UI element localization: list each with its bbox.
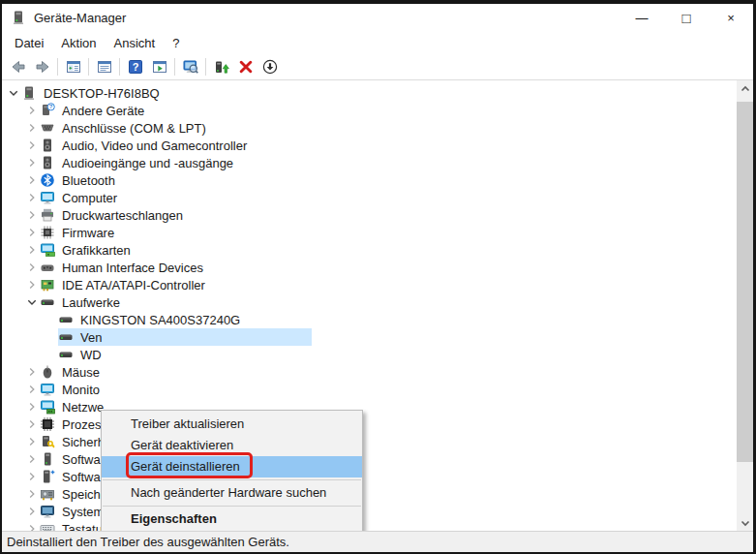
tree-item-ven[interactable]: Ven — [2, 328, 753, 346]
tree-item-grafikkarten[interactable]: Grafikkarten — [2, 241, 753, 259]
system-device-icon — [40, 504, 55, 519]
drive-icon — [58, 312, 74, 327]
console-tree-button[interactable] — [61, 56, 85, 78]
console-tree-icon — [66, 59, 81, 75]
toolbar: ? — [2, 54, 753, 80]
tree-item-label: Netzwe — [59, 399, 106, 416]
chevron-collapsed-icon[interactable] — [24, 469, 40, 484]
tree-item-bluetooth[interactable]: Bluetooth — [2, 171, 753, 189]
tree-item-label: Andere Geräte — [59, 103, 147, 119]
status-text: Deinstalliert den Treiber des ausgewählt… — [7, 535, 289, 549]
context-menu-separator — [103, 506, 361, 507]
tree-item-anschl-sse-com-lpt[interactable]: Anschlüsse (COM & LPT) — [2, 119, 753, 137]
chevron-collapsed-icon[interactable] — [24, 434, 40, 449]
chevron-collapsed-icon[interactable] — [24, 399, 40, 415]
chevron-collapsed-icon[interactable] — [24, 225, 40, 240]
scan-hardware-icon — [183, 59, 198, 75]
tree-item-laufwerke[interactable]: Laufwerke — [2, 293, 753, 311]
menu-treiber-aktualisieren[interactable]: Treiber aktualisieren — [102, 414, 362, 435]
tree-item-computer[interactable]: Computer — [2, 189, 753, 206]
update-driver-icon — [214, 59, 229, 75]
tree-item-label: Druckwarteschlangen — [59, 207, 186, 224]
uninstall-device-button[interactable] — [233, 56, 257, 78]
chevron-collapsed-icon[interactable] — [24, 260, 40, 275]
title-bar[interactable]: Geräte-Manager — □ × — [2, 4, 753, 31]
tree-item-label: IDE ATA/ATAPI-Controller — [59, 277, 208, 293]
tree-item-monito[interactable]: Monito — [2, 381, 753, 398]
chevron-collapsed-icon[interactable] — [24, 382, 40, 397]
chevron-collapsed-icon[interactable] — [24, 242, 40, 258]
drive-icon — [40, 294, 55, 310]
chevron-collapsed-icon[interactable] — [24, 155, 40, 170]
forward-button[interactable] — [30, 56, 54, 78]
menu-hardware-suchen[interactable]: Nach geänderter Hardware suchen — [102, 482, 362, 504]
tree-item-label: Ven — [77, 329, 105, 346]
tree-item-wd[interactable]: WD — [2, 346, 753, 363]
tree-item-label: Human Interface Devices — [59, 260, 206, 276]
toolbar-separator — [174, 58, 175, 76]
speaker-icon — [40, 155, 55, 170]
chevron-collapsed-icon[interactable] — [24, 277, 40, 292]
tree-item-human-interface-devices[interactable]: Human Interface Devices — [2, 259, 753, 276]
chevron-expanded-icon[interactable] — [24, 294, 40, 310]
arrow-right-icon — [35, 59, 50, 75]
tree-item-m-use[interactable]: Mäuse — [2, 363, 753, 381]
menu-hilfe[interactable]: ? — [164, 33, 188, 53]
scan-hardware-button[interactable] — [178, 56, 202, 78]
arrow-left-icon — [11, 59, 26, 75]
toolbar-separator — [57, 58, 58, 76]
properties-button[interactable] — [92, 56, 116, 78]
menu-datei[interactable]: Datei — [6, 33, 52, 53]
chevron-collapsed-icon[interactable] — [24, 138, 40, 153]
chevron-collapsed-icon[interactable] — [24, 190, 40, 205]
chevron-expanded-icon[interactable] — [6, 85, 21, 101]
chevron-collapsed-icon[interactable] — [24, 207, 40, 223]
tree-item-audio-video-und-gamecontroller[interactable]: Audio, Video und Gamecontroller — [2, 137, 753, 154]
bluetooth-icon — [40, 172, 55, 188]
tree-item-label: Audioeingänge und -ausgänge — [59, 155, 236, 171]
device-manager-window: Geräte-Manager — □ × DateiAktionAnsicht?… — [0, 0, 756, 554]
menu-ansicht[interactable]: Ansicht — [106, 33, 165, 53]
toolbar-separator — [119, 58, 120, 76]
tree-item-label: KINGSTON SA400S37240G — [77, 312, 243, 328]
chevron-collapsed-icon[interactable] — [24, 364, 40, 380]
back-button[interactable] — [6, 56, 30, 78]
chevron-collapsed-icon[interactable] — [24, 451, 40, 467]
chevron-collapsed-icon[interactable] — [24, 521, 40, 531]
menu-aktion[interactable]: Aktion — [52, 33, 105, 53]
action-pane-button[interactable] — [147, 56, 171, 78]
menu-bar: DateiAktionAnsicht? — [2, 31, 753, 54]
chevron-collapsed-icon[interactable] — [24, 172, 40, 188]
minimize-button[interactable]: — — [620, 4, 664, 31]
close-button[interactable]: × — [709, 4, 753, 31]
keyboard-icon — [40, 521, 55, 531]
menu-eigenschaften[interactable]: Eigenschaften — [102, 508, 362, 530]
chevron-collapsed-icon[interactable] — [24, 416, 40, 432]
help-button[interactable]: ? — [123, 56, 147, 78]
chevron-collapsed-icon[interactable] — [24, 120, 40, 136]
chevron-collapsed-icon[interactable] — [24, 103, 40, 118]
tree-item-firmware[interactable]: Firmware — [2, 224, 753, 241]
chevron-collapsed-icon[interactable] — [24, 504, 40, 519]
chevron-collapsed-icon[interactable] — [24, 486, 40, 502]
network-adapter-icon — [40, 399, 55, 415]
tree-item-label: Anschlüsse (COM & LPT) — [59, 120, 209, 137]
window-controls: — □ × — [620, 4, 753, 31]
disable-device-button[interactable] — [257, 56, 282, 78]
status-bar: Deinstalliert den Treiber des ausgewählt… — [2, 531, 753, 552]
tree-item-label: Laufwerke — [59, 294, 123, 311]
tree-item-andere-ger-te[interactable]: ?Andere Geräte — [2, 102, 753, 119]
update-driver-button[interactable] — [209, 56, 233, 78]
tree-item-druckwarteschlangen[interactable]: Druckwarteschlangen — [2, 206, 753, 224]
hid-icon — [40, 260, 55, 275]
maximize-button[interactable]: □ — [664, 4, 709, 31]
tree-item-label: Grafikkarten — [59, 242, 134, 259]
tree-item-desktop-h76i8bq[interactable]: DESKTOP-H76I8BQ — [2, 84, 753, 102]
tree-item-ide-ata-atapi-controller[interactable]: IDE ATA/ATAPI-Controller — [2, 276, 753, 293]
tree-item-audioeing-nge-und-ausg-nge[interactable]: Audioeingänge und -ausgänge — [2, 154, 753, 171]
uninstall-x-icon — [238, 59, 254, 75]
drive-icon — [58, 347, 74, 362]
pc-icon — [21, 85, 37, 101]
tree-item-kingston-sa400s37240g[interactable]: KINGSTON SA400S37240G — [2, 311, 753, 328]
device-manager-icon — [11, 10, 26, 25]
